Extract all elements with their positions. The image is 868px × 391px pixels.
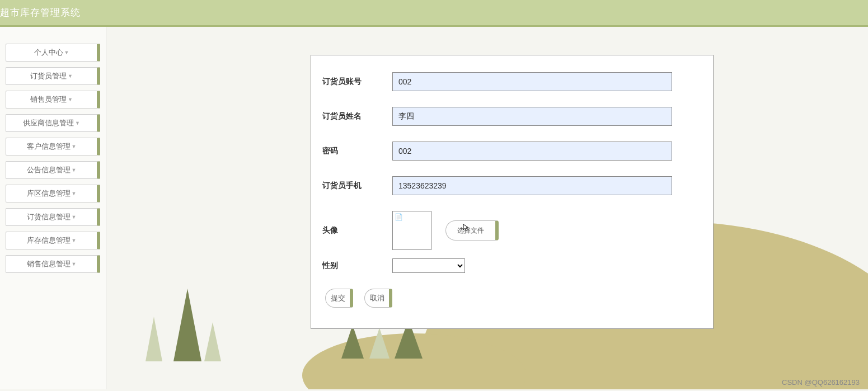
sidebar-item-personal-center[interactable]: 个人中心 ▼ xyxy=(6,44,100,62)
sidebar-item-label: 公告信息管理 ▼ xyxy=(27,165,77,175)
chevron-down-icon: ▼ xyxy=(72,191,77,196)
chevron-down-icon: ▼ xyxy=(68,73,73,79)
main-container: 个人中心 ▼ 订货员管理 ▼ 销售员管理 ▼ 供应商信息管理 ▼ 客户信息管理 xyxy=(0,27,868,389)
sidebar-item-orderer-mgmt[interactable]: 订货员管理 ▼ xyxy=(6,67,100,85)
sidebar-item-supplier-mgmt[interactable]: 供应商信息管理 ▼ xyxy=(6,114,100,132)
account-input[interactable] xyxy=(392,72,672,91)
sidebar-item-label: 客户信息管理 ▼ xyxy=(27,142,77,152)
sidebar-item-warehouse-mgmt[interactable]: 库区信息管理 ▼ xyxy=(6,185,100,202)
chevron-down-icon: ▼ xyxy=(72,214,77,220)
chevron-down-icon: ▼ xyxy=(72,144,77,149)
sidebar-item-order-mgmt[interactable]: 订货信息管理 ▼ xyxy=(6,208,100,226)
form-row-account: 订货员账号 xyxy=(322,72,702,91)
button-row: 提交 取消 xyxy=(322,289,702,308)
broken-image-icon: 📄 xyxy=(395,213,402,221)
sidebar-item-label: 库区信息管理 ▼ xyxy=(27,189,77,199)
chevron-down-icon: ▼ xyxy=(72,261,77,267)
phone-label: 订货员手机 xyxy=(322,181,392,191)
sidebar: 个人中心 ▼ 订货员管理 ▼ 销售员管理 ▼ 供应商信息管理 ▼ 客户信息管理 xyxy=(0,27,106,389)
form-row-avatar: 头像 📄 选择文件 xyxy=(322,211,702,250)
app-title: 超市库存管理系统 xyxy=(0,6,81,19)
sidebar-item-label: 订货信息管理 ▼ xyxy=(27,212,77,222)
sidebar-item-label: 供应商信息管理 ▼ xyxy=(23,118,80,128)
phone-input[interactable] xyxy=(392,176,672,195)
gender-label: 性别 xyxy=(322,261,392,271)
form-row-password: 密码 xyxy=(322,142,702,161)
content-area: 订货员账号 订货员姓名 密码 订货员手机 头像 📄 选择 xyxy=(106,27,868,389)
form-panel: 订货员账号 订货员姓名 密码 订货员手机 头像 📄 选择 xyxy=(311,55,714,329)
sidebar-item-label: 个人中心 ▼ xyxy=(34,48,69,58)
name-input[interactable] xyxy=(392,107,672,126)
form-row-gender: 性别 xyxy=(322,258,702,273)
password-label: 密码 xyxy=(322,146,392,156)
name-label: 订货员姓名 xyxy=(322,111,392,121)
sidebar-item-label: 销售信息管理 ▼ xyxy=(27,259,77,269)
chevron-down-icon: ▼ xyxy=(75,120,80,126)
chevron-down-icon: ▼ xyxy=(72,238,77,243)
sidebar-item-label: 库存信息管理 ▼ xyxy=(27,235,77,246)
account-label: 订货员账号 xyxy=(322,77,392,87)
chevron-down-icon: ▼ xyxy=(68,97,73,102)
sidebar-item-sales-mgmt[interactable]: 销售信息管理 ▼ xyxy=(6,255,100,273)
gender-select[interactable] xyxy=(392,258,465,273)
header: 超市库存管理系统 xyxy=(0,0,868,27)
chevron-down-icon: ▼ xyxy=(64,50,69,55)
file-select-button[interactable]: 选择文件 xyxy=(445,220,499,241)
cancel-button[interactable]: 取消 xyxy=(364,289,392,308)
avatar-preview: 📄 xyxy=(392,211,431,250)
sidebar-item-notice-mgmt[interactable]: 公告信息管理 ▼ xyxy=(6,161,100,179)
watermark: CSDN @QQ626162193 xyxy=(782,378,860,387)
submit-button[interactable]: 提交 xyxy=(325,289,353,308)
form-row-phone: 订货员手机 xyxy=(322,176,702,195)
chevron-down-icon: ▼ xyxy=(72,167,77,173)
password-input[interactable] xyxy=(392,142,672,161)
form-row-name: 订货员姓名 xyxy=(322,107,702,126)
avatar-label: 头像 xyxy=(322,225,392,235)
sidebar-item-label: 订货员管理 ▼ xyxy=(30,71,73,81)
sidebar-item-salesperson-mgmt[interactable]: 销售员管理 ▼ xyxy=(6,91,100,109)
sidebar-item-inventory-mgmt[interactable]: 库存信息管理 ▼ xyxy=(6,232,100,249)
sidebar-item-label: 销售员管理 ▼ xyxy=(30,95,73,105)
sidebar-item-customer-mgmt[interactable]: 客户信息管理 ▼ xyxy=(6,138,100,156)
